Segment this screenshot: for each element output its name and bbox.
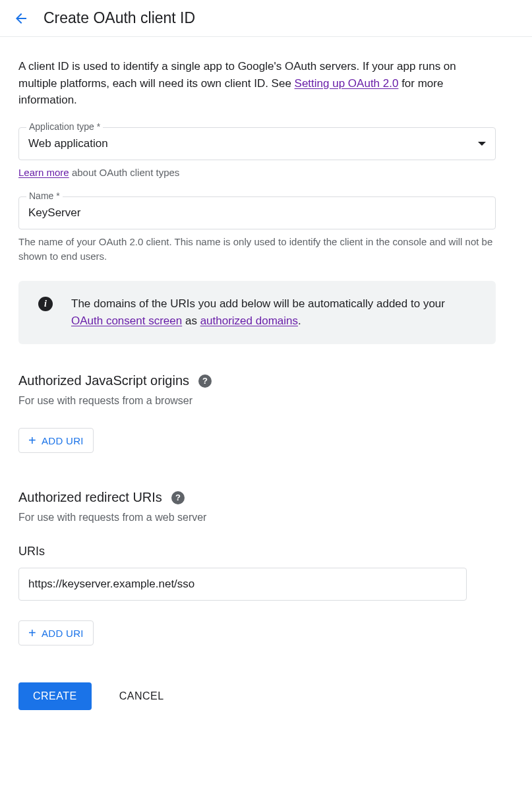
action-row: CREATE CANCEL <box>18 682 496 710</box>
redirect-uris-sub: For use with requests from a web server <box>18 512 496 524</box>
application-type-select[interactable]: Web application <box>18 127 496 160</box>
name-label: Name * <box>26 191 63 201</box>
cancel-button[interactable]: CANCEL <box>115 690 168 703</box>
info-icon: i <box>38 297 53 311</box>
add-js-origin-label: ADD URI <box>42 435 84 446</box>
application-type-helper: Learn more about OAuth client types <box>18 165 496 180</box>
plus-icon: + <box>28 626 36 640</box>
create-button[interactable]: CREATE <box>18 682 92 710</box>
page-header: Create OAuth client ID <box>0 0 532 37</box>
js-origins-title: Authorized JavaScript origins <box>18 373 189 388</box>
info-mid: as <box>182 315 200 327</box>
redirect-uris-section: Authorized redirect URIs ? For use with … <box>18 490 496 645</box>
page-title: Create OAuth client ID <box>44 9 195 27</box>
name-input[interactable] <box>18 196 496 229</box>
back-arrow-icon[interactable] <box>13 11 29 26</box>
chevron-down-icon <box>478 142 486 146</box>
application-type-field: Application type * Web application Learn… <box>18 127 496 180</box>
redirect-uri-input[interactable] <box>18 568 467 601</box>
help-icon[interactable]: ? <box>198 375 212 388</box>
info-banner: i The domains of the URIs you add below … <box>18 281 496 345</box>
plus-icon: + <box>28 434 36 447</box>
info-pre: The domains of the URIs you add below wi… <box>71 297 445 310</box>
info-post: . <box>298 315 301 327</box>
js-origins-section: Authorized JavaScript origins ? For use … <box>18 373 496 453</box>
add-redirect-uri-button[interactable]: + ADD URI <box>18 620 94 645</box>
application-type-value: Web application <box>28 137 108 150</box>
authorized-domains-link[interactable]: authorized domains <box>200 315 298 327</box>
name-field-block: Name * The name of your OAuth 2.0 client… <box>18 196 496 264</box>
app-type-helper-suffix: about OAuth client types <box>69 167 180 178</box>
js-origins-sub: For use with requests from a browser <box>18 395 496 407</box>
add-redirect-uri-label: ADD URI <box>42 628 84 639</box>
learn-more-link[interactable]: Learn more <box>18 167 69 178</box>
name-helper: The name of your OAuth 2.0 client. This … <box>18 235 496 264</box>
uris-label: URIs <box>18 545 496 558</box>
intro-text: A client ID is used to identify a single… <box>18 58 496 109</box>
info-banner-text: The domains of the URIs you add below wi… <box>71 295 476 330</box>
add-js-origin-button[interactable]: + ADD URI <box>18 428 94 453</box>
setup-oauth-link[interactable]: Setting up OAuth 2.0 <box>295 77 399 90</box>
consent-screen-link[interactable]: OAuth consent screen <box>71 315 182 327</box>
redirect-uris-title: Authorized redirect URIs <box>18 490 162 505</box>
help-icon[interactable]: ? <box>171 491 185 504</box>
content-area: A client ID is used to identify a single… <box>0 37 514 736</box>
application-type-label: Application type * <box>26 121 103 132</box>
